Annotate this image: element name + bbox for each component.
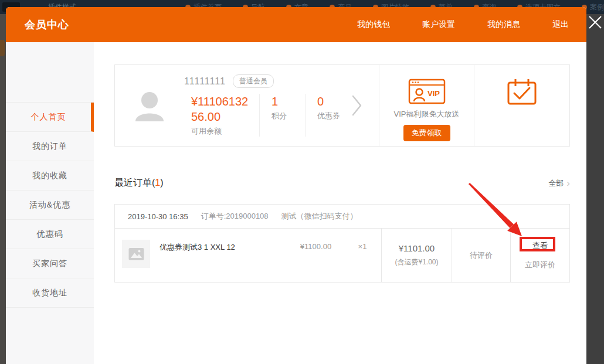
- order-payment-method: 测试（微信扫码支付）: [281, 211, 358, 222]
- image-placeholder-icon: [128, 247, 144, 261]
- order-header-row: 2019-10-30 16:35 订单号:2019000108 测试（微信扫码支…: [115, 205, 569, 229]
- header-nav: 我的钱包 账户设置 我的消息 退出: [357, 19, 569, 30]
- backdrop-left-strip: [0, 14, 6, 364]
- sidebar: 个人首页 我的订单 我的收藏 活动&优惠 优惠码 买家问答 收货地址: [6, 42, 94, 364]
- svg-text:VIP: VIP: [427, 89, 440, 98]
- order-total-cell: ¥1101.00 (含运费¥1.00): [381, 229, 452, 282]
- shipping-note: (含运费¥1.00): [395, 257, 438, 267]
- sidebar-item-coupon-code[interactable]: 优惠码: [6, 220, 94, 249]
- order-number: 订单号:2019000108: [201, 211, 269, 222]
- avatar: [131, 87, 168, 124]
- order-status: 待评价: [470, 250, 493, 261]
- nav-logout[interactable]: 退出: [552, 19, 569, 30]
- close-icon: [587, 14, 603, 30]
- sidebar-item-orders[interactable]: 我的订单: [6, 132, 94, 161]
- backdrop-artifact: [0, 40, 5, 56]
- nav-account-settings[interactable]: 账户设置: [422, 19, 455, 30]
- main-content: 11111111 普通会员 ¥1110613256.00 可用余额 1 积分: [94, 42, 586, 364]
- view-order-button[interactable]: 查看: [532, 240, 548, 251]
- profile-card: 11111111 普通会员 ¥1110613256.00 可用余额 1 积分: [114, 64, 570, 147]
- orders-title: 最近订单(1): [114, 177, 164, 189]
- stat-points: 1 积分: [259, 94, 305, 137]
- product-thumbnail[interactable]: [122, 240, 150, 268]
- free-claim-button[interactable]: 免费领取: [403, 125, 450, 141]
- member-level-badge: 普通会员: [233, 74, 274, 88]
- product-name[interactable]: 优惠券测试3 1 XXL 12: [150, 240, 288, 253]
- product-unit-price: ¥1100.00: [288, 240, 344, 251]
- orders-count: 1: [155, 178, 160, 188]
- stat-coupons: 0 优惠券: [305, 94, 352, 137]
- close-button[interactable]: [587, 14, 603, 30]
- chevron-right-icon[interactable]: [352, 95, 362, 116]
- profile-summary: 11111111 普通会员 ¥1110613256.00 可用余额 1 积分: [115, 65, 379, 146]
- order-total: ¥1101.00: [399, 243, 435, 253]
- sidebar-item-address[interactable]: 收货地址: [6, 278, 94, 308]
- sidebar-item-promotions[interactable]: 活动&优惠: [6, 190, 94, 220]
- sidebar-item-home[interactable]: 个人首页: [6, 103, 94, 132]
- member-center-modal: 会员中心 我的钱包 账户设置 我的消息 退出 个人首页 我的订单 我的收藏 活动…: [6, 7, 586, 364]
- sidebar-item-favorites[interactable]: 我的收藏: [6, 161, 94, 190]
- page-title: 会员中心: [25, 18, 69, 32]
- chevron-right-icon: ›: [566, 178, 570, 188]
- order-table: 2019-10-30 16:35 订单号:2019000108 测试（微信扫码支…: [114, 204, 570, 283]
- orders-header: 最近订单(1) 全部 ›: [114, 177, 570, 189]
- order-row: 优惠券测试3 1 XXL 12 ¥1100.00 ×1 ¥1101.00 (含运…: [115, 229, 569, 282]
- view-all-link[interactable]: 全部 ›: [548, 178, 570, 189]
- order-product-cell: 优惠券测试3 1 XXL 12 ¥1100.00 ×1: [115, 229, 381, 282]
- nav-my-wallet[interactable]: 我的钱包: [357, 19, 390, 30]
- order-datetime: 2019-10-30 16:35: [128, 212, 188, 221]
- checkin-panel: [474, 65, 569, 146]
- order-action-cell: 查看 立即评价: [510, 229, 569, 282]
- username: 11111111: [184, 76, 226, 87]
- review-now-button[interactable]: 立即评价: [525, 260, 555, 270]
- stat-balance: ¥1110613256.00 可用余额: [184, 94, 259, 137]
- modal-header: 会员中心 我的钱包 账户设置 我的消息 退出: [6, 7, 586, 42]
- calendar-check-icon[interactable]: [507, 78, 537, 106]
- sidebar-spacer: [6, 42, 94, 103]
- sidebar-item-buyer-qa[interactable]: 买家问答: [6, 249, 94, 278]
- order-status-cell: 待评价: [452, 229, 510, 282]
- vip-promo-text: VIP福利限免大放送: [394, 109, 460, 120]
- nav-my-messages[interactable]: 我的消息: [487, 19, 520, 30]
- vip-promo-panel: VIP VIP福利限免大放送 免费领取: [379, 65, 474, 146]
- profile-stats: ¥1110613256.00 可用余额 1 积分 0 优惠券: [184, 94, 352, 137]
- product-quantity: ×1: [344, 240, 381, 251]
- vip-window-icon: VIP: [408, 78, 446, 105]
